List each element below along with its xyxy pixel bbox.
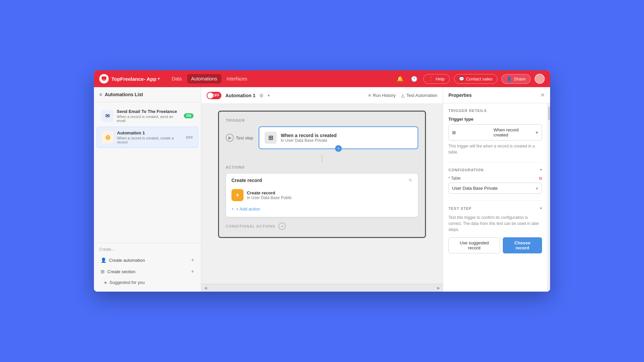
test-step-collapsible[interactable]: TEST STEP ▾	[448, 206, 542, 210]
table-select-wrapper: User Data Base Private User Data Base Pu…	[448, 183, 542, 194]
send-email-status-badge: ON	[184, 113, 194, 118]
test-step-section: TEST STEP ▾ Test this trigger to confirm…	[448, 206, 542, 253]
choose-record-button[interactable]: Choose record	[503, 237, 542, 253]
trigger-row: ▶ Test step ⊞ When a record is created I…	[226, 126, 418, 149]
trigger-description: This trigger will fire when a record is …	[448, 143, 542, 155]
add-action-button[interactable]: + + Add action	[231, 204, 413, 213]
create-automation-plus-icon[interactable]: +	[191, 257, 194, 263]
configuration-section: CONFIGURATION ▾ * Table ⧉ User Data Base…	[448, 168, 542, 194]
app-title-chevron[interactable]: ▾	[158, 76, 160, 81]
action-card: Create record ✎ + Create record In User …	[226, 173, 418, 217]
properties-close-button[interactable]: ✕	[540, 92, 545, 98]
create-section-label: Create section	[107, 269, 189, 274]
test-automation-button[interactable]: △ Test Automation	[401, 93, 438, 98]
hamburger-icon[interactable]: ≡	[99, 92, 102, 97]
workflow-container: TRIGGER ▶ Test step ⊞ When a record is c…	[218, 111, 426, 238]
trigger-type-select[interactable]: ⊞ When record created	[448, 124, 542, 140]
suggested-chevron-icon: ▶	[105, 281, 107, 284]
actions-section: ACTIONS Create record ✎ + Create record …	[226, 165, 418, 217]
table-copy-icon[interactable]: ⧉	[539, 176, 542, 181]
action-item-subtitle: In User Data Base Public	[247, 195, 292, 200]
nav-data[interactable]: Data	[168, 74, 186, 83]
trigger-card-subtitle: In User Data Base Private	[281, 138, 337, 143]
notifications-icon[interactable]: 🔔	[395, 74, 405, 84]
configuration-collapsible[interactable]: CONFIGURATION ▾	[448, 168, 542, 172]
add-action-label: + Add action	[236, 206, 260, 212]
automation1-status-badge: OFF	[186, 135, 193, 139]
trigger-icon-img: ⊞	[268, 134, 273, 141]
properties-scrollbar[interactable]	[547, 103, 550, 292]
automation1-info: Automation 1 When a record is created, c…	[117, 130, 182, 144]
automation-chevron-icon[interactable]: ▾	[268, 93, 270, 98]
header: TopFreelance- App ▾ Data Automations Int…	[94, 70, 550, 87]
app-logo[interactable]: TopFreelance- App ▾	[99, 74, 160, 83]
nav-automations[interactable]: Automations	[187, 74, 221, 83]
actions-section-label: ACTIONS	[226, 165, 418, 169]
send-email-info: Send Email To The Freelance When a recor…	[117, 109, 180, 123]
conditional-add-button[interactable]: +	[278, 223, 286, 230]
create-automation-item[interactable]: 👤 Create automation +	[99, 254, 196, 266]
test-step-description: Test this trigger to confirm its configu…	[448, 215, 542, 233]
create-section-icon: ⊞	[101, 269, 105, 274]
canvas-actions: ≡ Run History △ Test Automation	[368, 93, 437, 98]
send-email-icon: ✉	[101, 110, 113, 122]
canvas-scroll-left-icon[interactable]: ◀	[204, 286, 207, 290]
automation1-icon: ⊕	[102, 131, 114, 143]
action-card-header: Create record ✎	[231, 178, 413, 183]
svg-rect-0	[102, 76, 106, 80]
nav-interfaces[interactable]: Interfaces	[223, 74, 251, 83]
configuration-title: CONFIGURATION	[448, 168, 484, 172]
sidebar-item-send-email[interactable]: ✉ Send Email To The Freelance When a rec…	[97, 106, 198, 126]
test-step-button[interactable]: ▶ Test step	[226, 134, 253, 142]
canvas-nav-arrows: ◀ ▶	[201, 284, 443, 292]
action-card-title: Create record	[231, 178, 262, 183]
history-icon[interactable]: 🕐	[409, 74, 419, 84]
trigger-card[interactable]: ⊞ When a record is created In User Data …	[259, 126, 418, 149]
test-automation-icon: △	[401, 93, 405, 98]
svg-rect-1	[103, 80, 105, 81]
connector-line	[322, 155, 322, 163]
share-button[interactable]: 👤 Share	[501, 74, 531, 84]
properties-body: TRIGGER DETAILS Trigger type ⊞ When reco…	[443, 103, 547, 292]
table-select[interactable]: User Data Base Private User Data Base Pu…	[448, 183, 542, 194]
action-item[interactable]: + Create record In User Data Base Public	[231, 186, 413, 204]
header-right: 🔔 🕐 ❓ Help 💬 Contact sales 👤 Share	[395, 74, 545, 84]
automation1-desc: When a record is created, create a recor…	[117, 136, 182, 144]
suggested-for-you[interactable]: ▶ Suggested for you	[99, 277, 196, 288]
canvas-scroll-right-icon[interactable]: ▶	[437, 286, 440, 290]
use-suggested-record-button[interactable]: Use suggested record	[448, 237, 500, 253]
properties-inner: TRIGGER DETAILS Trigger type ⊞ When reco…	[443, 103, 550, 292]
header-nav: Data Automations Interfaces	[168, 74, 251, 83]
toggle-track[interactable]: OFF	[207, 92, 221, 99]
send-email-desc: When a record is created, send an email	[117, 115, 180, 123]
add-trigger-plus-icon[interactable]: +	[335, 145, 342, 152]
sidebar-item-automation1[interactable]: ⊕ Automation 1 When a record is created,…	[97, 127, 198, 148]
sidebar-footer: Create... 👤 Create automation + ⊞ Create…	[94, 243, 201, 292]
automation-settings-icon[interactable]: ⚙	[259, 93, 264, 98]
help-button[interactable]: ❓ Help	[423, 74, 450, 84]
test-step-circle: ▶	[226, 134, 234, 142]
conditional-actions-label: CONDITIONAL ACTIONS	[226, 224, 275, 228]
suggested-label: Suggested for you	[109, 280, 145, 285]
action-card-edit-icon[interactable]: ✎	[409, 178, 413, 183]
canvas-toolbar: OFF Automation 1 ⚙ ▾ ≡ Run History △ Tes…	[201, 87, 443, 104]
automation-title: Automation 1	[225, 93, 255, 98]
create-section-item[interactable]: ⊞ Create section +	[99, 266, 196, 277]
contact-sales-button[interactable]: 💬 Contact sales	[454, 74, 498, 84]
send-email-name: Send Email To The Freelance	[117, 109, 180, 114]
test-step-chevron-icon: ▾	[540, 206, 542, 210]
configuration-chevron-icon: ▾	[540, 168, 542, 172]
user-avatar[interactable]	[535, 74, 545, 84]
canvas-area: OFF Automation 1 ⚙ ▾ ≡ Run History △ Tes…	[201, 87, 443, 292]
trigger-type-label: Trigger type	[448, 117, 542, 122]
trigger-section-label: TRIGGER	[226, 118, 418, 122]
toggle-switch[interactable]: OFF	[207, 92, 221, 99]
trigger-card-icon: ⊞	[265, 132, 277, 144]
properties-header: Properties ✕	[443, 87, 550, 103]
create-section-plus-icon[interactable]: +	[191, 268, 194, 275]
run-history-button[interactable]: ≡ Run History	[368, 93, 396, 98]
action-item-icon: +	[231, 189, 244, 201]
properties-scroll-thumb	[548, 107, 550, 120]
prop-divider-1	[448, 162, 542, 162]
trigger-card-info: When a record is created In User Data Ba…	[281, 133, 337, 143]
